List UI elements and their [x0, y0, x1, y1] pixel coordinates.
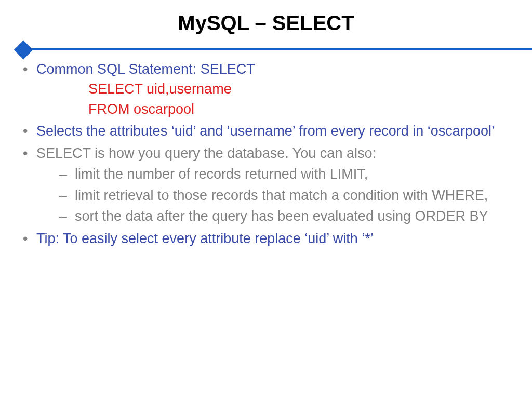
- subbullet-where: limit retrieval to those records that ma…: [36, 186, 512, 205]
- bullet-text: Common SQL Statement: SELECT: [36, 61, 255, 77]
- rule-line: [21, 48, 532, 50]
- title-rule: [0, 44, 532, 55]
- bullet-text: SELECT is how you query the database. Yo…: [36, 145, 376, 161]
- slide-title: MySQL – SELECT: [0, 0, 532, 44]
- bullet-tip: Tip: To easily select every attribute re…: [20, 229, 512, 248]
- slide-body: Common SQL Statement: SELECT SELECT uid,…: [0, 60, 532, 248]
- subbullet-orderby: sort the data after the query has been e…: [36, 207, 512, 225]
- bullet-select-query: SELECT is how you query the database. Yo…: [20, 144, 512, 226]
- subbullet-limit: limit the number of records returned wit…: [36, 165, 512, 183]
- bullet-common-sql: Common SQL Statement: SELECT SELECT uid,…: [20, 60, 512, 118]
- code-line-from: FROM oscarpool: [88, 100, 512, 118]
- code-line-select: SELECT uid,username: [88, 79, 512, 98]
- bullet-selects-attributes: Selects the attributes ‘uid’ and ‘userna…: [20, 122, 512, 140]
